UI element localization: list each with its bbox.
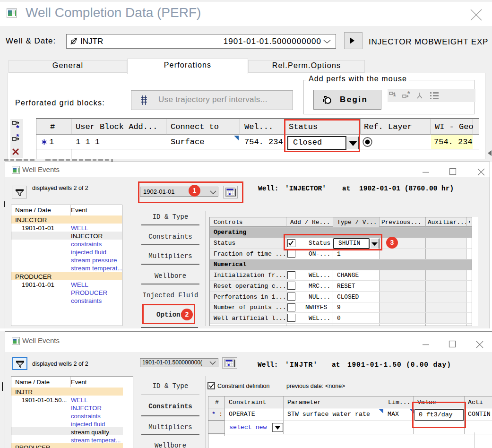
svg-text:*: * (16, 124, 19, 133)
svg-text:*: * (16, 132, 19, 141)
svg-text:*: * (393, 93, 396, 100)
svg-text:*: * (407, 91, 410, 97)
